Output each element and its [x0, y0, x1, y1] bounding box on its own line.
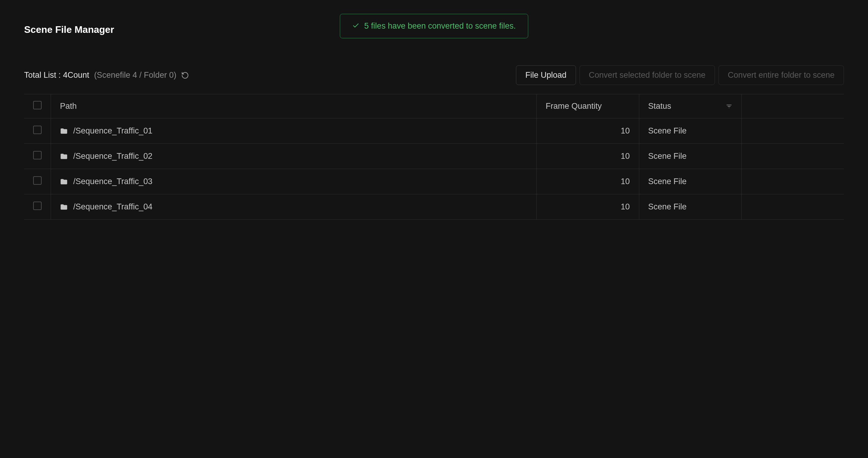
- table-row[interactable]: /Sequence_Traffic_01 10 Scene File: [24, 119, 844, 144]
- header-checkbox-cell: [24, 94, 51, 119]
- success-toast: 5 files have been converted to scene fil…: [340, 14, 528, 38]
- header-actions: [741, 94, 844, 119]
- convert-selected-button[interactable]: Convert selected folder to scene: [580, 65, 715, 85]
- row-status-cell: Scene File: [639, 169, 741, 194]
- row-path-cell: /Sequence_Traffic_02: [51, 144, 537, 169]
- header-status-label: Status: [648, 102, 672, 111]
- row-checkbox-cell: [24, 119, 51, 144]
- file-upload-button[interactable]: File Upload: [516, 65, 576, 85]
- toast-message: 5 files have been converted to scene fil…: [364, 22, 516, 31]
- row-actions-cell: [741, 119, 844, 144]
- folder-icon: [60, 153, 68, 160]
- row-status-cell: Scene File: [639, 144, 741, 169]
- table-row[interactable]: /Sequence_Traffic_02 10 Scene File: [24, 144, 844, 169]
- table-row[interactable]: /Sequence_Traffic_03 10 Scene File: [24, 169, 844, 194]
- row-actions-cell: [741, 169, 844, 194]
- refresh-icon[interactable]: [181, 71, 189, 79]
- header-status[interactable]: Status: [639, 94, 741, 119]
- select-all-checkbox[interactable]: [33, 101, 41, 109]
- row-path-text: /Sequence_Traffic_01: [73, 126, 153, 136]
- row-path-cell: /Sequence_Traffic_01: [51, 119, 537, 144]
- row-frame-cell: 10: [536, 119, 639, 144]
- total-detail-label: (Scenefile 4 / Folder 0): [94, 70, 176, 80]
- row-path-text: /Sequence_Traffic_02: [73, 152, 153, 161]
- row-path-text: /Sequence_Traffic_03: [73, 177, 153, 186]
- row-frame-cell: 10: [536, 144, 639, 169]
- row-path-cell: /Sequence_Traffic_03: [51, 169, 537, 194]
- row-path-cell: /Sequence_Traffic_04: [51, 194, 537, 220]
- row-checkbox-cell: [24, 194, 51, 220]
- row-checkbox-cell: [24, 144, 51, 169]
- table-row[interactable]: /Sequence_Traffic_04 10 Scene File: [24, 194, 844, 220]
- header-path[interactable]: Path: [51, 94, 537, 119]
- row-checkbox[interactable]: [33, 176, 41, 185]
- total-count-label: Total List : 4Count: [24, 70, 89, 80]
- row-actions-cell: [741, 194, 844, 220]
- folder-icon: [60, 203, 68, 211]
- filter-icon[interactable]: [726, 103, 733, 110]
- row-status-cell: Scene File: [639, 194, 741, 220]
- row-checkbox[interactable]: [33, 126, 41, 134]
- page-title: Scene File Manager: [24, 24, 114, 35]
- row-checkbox-cell: [24, 169, 51, 194]
- row-frame-cell: 10: [536, 169, 639, 194]
- folder-icon: [60, 178, 68, 186]
- check-icon: [352, 22, 360, 30]
- row-actions-cell: [741, 144, 844, 169]
- row-status-cell: Scene File: [639, 119, 741, 144]
- total-info: Total List : 4Count (Scenefile 4 / Folde…: [24, 70, 189, 80]
- row-frame-cell: 10: [536, 194, 639, 220]
- row-checkbox[interactable]: [33, 202, 41, 210]
- header-frame[interactable]: Frame Quantity: [536, 94, 639, 119]
- file-table: Path Frame Quantity Status: [24, 94, 844, 220]
- row-path-text: /Sequence_Traffic_04: [73, 202, 153, 211]
- convert-entire-button[interactable]: Convert entire folder to scene: [718, 65, 844, 85]
- folder-icon: [60, 127, 68, 135]
- row-checkbox[interactable]: [33, 151, 41, 159]
